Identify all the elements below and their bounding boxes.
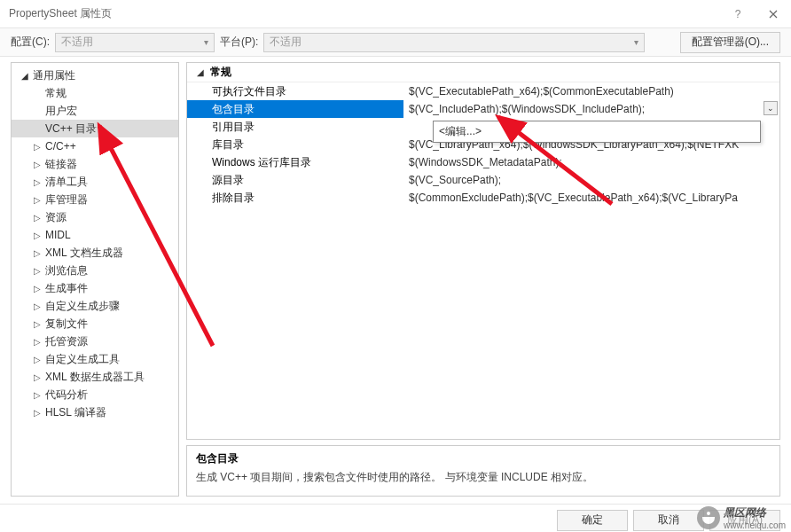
expand-icon: ▷ <box>31 248 43 258</box>
tree-item-label: C/C++ <box>43 140 76 153</box>
property-value[interactable]: $(CommonExcludePath);$(VC_ExecutablePath… <box>403 189 779 207</box>
tree-item-label: XML 文档生成器 <box>43 246 123 261</box>
property-row[interactable]: 排除目录$(CommonExcludePath);$(VC_Executable… <box>187 189 779 207</box>
chevron-down-icon: ▾ <box>204 37 208 47</box>
expand-icon: ▷ <box>31 319 43 329</box>
tree-item-label: 复制文件 <box>43 317 88 332</box>
expand-icon: ▷ <box>31 284 43 293</box>
close-button[interactable] <box>756 0 791 28</box>
config-toolbar: 配置(C): 不适用 ▾ 平台(P): 不适用 ▾ 配置管理器(O)... <box>0 28 791 57</box>
collapse-icon: ◢ <box>194 67 207 77</box>
description-panel: 包含目录 生成 VC++ 项目期间，搜索包含文件时使用的路径。 与环境变量 IN… <box>186 445 780 497</box>
tree-item[interactable]: ▷链接器 <box>12 155 178 173</box>
expand-icon: ▷ <box>31 177 43 187</box>
property-row[interactable]: 源目录$(VC_SourcePath); <box>187 171 779 189</box>
property-row[interactable]: 包含目录$(VC_IncludePath);$(WindowsSDK_Inclu… <box>187 100 779 118</box>
config-value: 不适用 <box>61 35 93 50</box>
tree-item-label: 自定义生成工具 <box>43 352 120 367</box>
property-value[interactable]: $(VC_IncludePath);$(WindowsSDK_IncludePa… <box>403 100 779 118</box>
expand-icon: ▷ <box>31 372 43 382</box>
ok-button[interactable]: 确定 <box>557 510 628 531</box>
property-value[interactable]: $(VC_SourcePath); <box>403 171 779 189</box>
tree-item-label: 用户宏 <box>43 104 77 119</box>
cancel-button[interactable]: 取消 <box>633 510 704 531</box>
property-label: 源目录 <box>187 171 403 189</box>
tree-item-label: VC++ 目录 <box>43 121 97 137</box>
property-value[interactable]: $(WindowsSDK_MetadataPath); <box>403 153 779 171</box>
expand-icon: ▷ <box>31 355 43 364</box>
expand-icon: ▷ <box>31 266 43 276</box>
chevron-down-icon: ▾ <box>634 37 638 47</box>
tree-item-label: 浏览信息 <box>43 263 88 278</box>
property-row[interactable]: 可执行文件目录$(VC_ExecutablePath_x64);$(Common… <box>187 82 779 100</box>
tree-item-label: HLSL 编译器 <box>43 405 106 420</box>
property-label: 库目录 <box>187 136 403 153</box>
property-label: Windows 运行库目录 <box>187 153 403 171</box>
dropdown-item-edit[interactable]: <编辑...> <box>434 121 760 142</box>
config-label: 配置(C): <box>11 35 50 50</box>
tree-item[interactable]: ▷自定义生成步骤 <box>12 297 178 315</box>
tree-item-label: 清单工具 <box>43 175 88 190</box>
dropdown-button[interactable]: ⌄ <box>764 101 778 115</box>
window-title: PropertySheet 属性页 <box>9 6 720 21</box>
property-value[interactable]: $(VC_ExecutablePath_x64);$(CommonExecuta… <box>403 82 779 100</box>
help-button[interactable]: ? <box>720 0 756 28</box>
expand-icon: ▷ <box>31 390 43 400</box>
tree-item-label: 代码分析 <box>43 387 88 403</box>
expand-icon: ▷ <box>31 337 43 347</box>
property-grid: ◢ 常规 可执行文件目录$(VC_ExecutablePath_x64);$(C… <box>186 62 780 440</box>
tree-item[interactable]: ▷托管资源 <box>12 332 178 350</box>
tree-item[interactable]: ▷代码分析 <box>12 386 178 403</box>
tree-item[interactable]: ▷XML 文档生成器 <box>12 244 178 262</box>
property-label: 引用目录 <box>187 118 403 136</box>
property-label: 排除目录 <box>187 189 403 207</box>
tree-root[interactable]: ◢ 通用属性 <box>12 66 178 84</box>
titlebar: PropertySheet 属性页 ? <box>0 0 791 28</box>
expand-icon: ▷ <box>31 195 43 205</box>
tree-item-label: 库管理器 <box>43 192 88 207</box>
platform-combo[interactable]: 不适用 ▾ <box>263 33 645 52</box>
property-label: 包含目录 <box>187 100 403 118</box>
config-manager-button[interactable]: 配置管理器(O)... <box>680 32 780 53</box>
close-icon <box>769 10 778 19</box>
tree-item[interactable]: ▷浏览信息 <box>12 262 178 279</box>
tree-item[interactable]: ▷C/C++ <box>12 137 178 155</box>
tree-item-label: 常规 <box>43 86 67 101</box>
tree-item[interactable]: ▷资源 <box>12 208 178 226</box>
tree-item[interactable]: ▷复制文件 <box>12 315 178 332</box>
tree-item[interactable]: ▷XML 数据生成器工具 <box>12 368 178 386</box>
expand-icon: ▷ <box>31 160 43 169</box>
tree-item[interactable]: ▷HLSL 编译器 <box>12 403 178 421</box>
tree-item-label: 自定义生成步骤 <box>43 299 120 314</box>
tree-item[interactable]: ▷自定义生成工具 <box>12 350 178 368</box>
expand-icon: ▷ <box>31 231 43 240</box>
tree-item-label: 托管资源 <box>43 334 88 349</box>
expand-icon: ◢ <box>19 71 31 81</box>
apply-button[interactable]: 应用(A) <box>709 510 780 531</box>
tree-item-label: 生成事件 <box>43 281 88 296</box>
platform-label: 平台(P): <box>220 35 258 50</box>
expand-icon: ▷ <box>31 142 43 152</box>
description-title: 包含目录 <box>196 451 771 466</box>
platform-value: 不适用 <box>270 35 302 50</box>
tree-item[interactable]: ▷清单工具 <box>12 173 178 191</box>
property-row[interactable]: Windows 运行库目录$(WindowsSDK_MetadataPath); <box>187 153 779 171</box>
tree-item[interactable]: ▷生成事件 <box>12 279 178 297</box>
config-combo[interactable]: 不适用 ▾ <box>55 33 215 52</box>
description-body: 生成 VC++ 项目期间，搜索包含文件时使用的路径。 与环境变量 INCLUDE… <box>196 470 771 485</box>
tree-item[interactable]: 常规 <box>12 84 178 102</box>
tree-item-label: 链接器 <box>43 157 77 172</box>
category-tree[interactable]: ◢ 通用属性 常规用户宏VC++ 目录▷C/C++▷链接器▷清单工具▷库管理器▷… <box>11 62 179 497</box>
edit-dropdown[interactable]: <编辑...> <box>433 121 761 143</box>
expand-icon: ▷ <box>31 213 43 223</box>
tree-item[interactable]: VC++ 目录 <box>12 120 178 137</box>
grid-section-header[interactable]: ◢ 常规 <box>187 63 779 82</box>
tree-item-label: 资源 <box>43 210 67 225</box>
tree-item-label: XML 数据生成器工具 <box>43 370 145 385</box>
tree-item[interactable]: ▷库管理器 <box>12 191 178 208</box>
tree-item-label: MIDL <box>43 229 71 241</box>
tree-item[interactable]: 用户宏 <box>12 102 178 120</box>
expand-icon: ▷ <box>31 301 43 311</box>
property-label: 可执行文件目录 <box>187 82 403 100</box>
tree-item[interactable]: ▷MIDL <box>12 226 178 244</box>
